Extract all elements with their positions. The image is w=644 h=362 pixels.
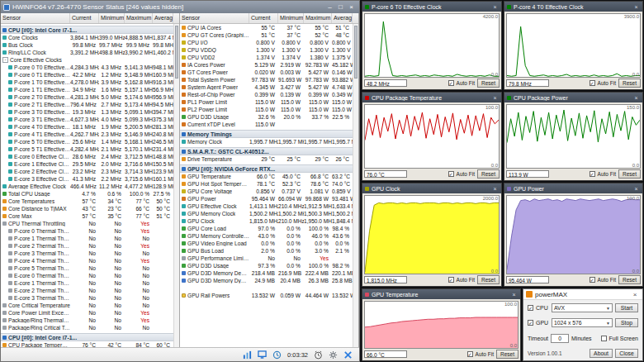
maximize-icon[interactable]: □ bbox=[335, 2, 346, 12]
sensor-row[interactable]: GPU D3D Memory Dedicated218.4 MB216.9 MB… bbox=[180, 269, 353, 277]
sensor-row[interactable]: Package/Ring Critical TemperatureNoNoNo bbox=[1, 324, 173, 331]
reset-button[interactable]: Reset bbox=[496, 350, 519, 359]
sensor-row[interactable]: Package/Ring Thermal ThrottlingNoNoYes bbox=[1, 317, 173, 324]
column-header-maximum[interactable]: Maximum bbox=[125, 13, 153, 23]
sensor-row[interactable]: GPU Performance LimitersNoNoYes bbox=[180, 255, 353, 262]
graph-titlebar[interactable]: GPU Clock× bbox=[362, 183, 501, 193]
sensor-row[interactable]: GPU D3D Usage32.6 %20.0 %33.7 %22.5 % bbox=[180, 113, 353, 121]
sensor-row[interactable]: E-core 2 Thermal ThrottlingNoNoNo bbox=[1, 287, 173, 294]
sensor-row[interactable]: Ring/LLC Clock3,391.2 MHz498.8 MHz3,990.… bbox=[1, 49, 173, 56]
graph-titlebar[interactable]: P-core 6 T0 Effective Clock× bbox=[362, 2, 501, 12]
close-icon[interactable]: × bbox=[346, 2, 357, 12]
reset-button[interactable]: Reset bbox=[618, 79, 641, 88]
column-headers-left[interactable]: Sensor Current Minimum Maximum Average bbox=[1, 13, 179, 24]
sensor-row[interactable]: P-core 3 T1 Effective Clock4,627.3 MHz4.… bbox=[1, 116, 173, 123]
monitor-icon[interactable] bbox=[258, 350, 267, 360]
close-icon[interactable]: × bbox=[491, 4, 499, 10]
sensor-row[interactable]: CPU VDD21.374 V1.374 V1.380 V1.375 V bbox=[180, 54, 353, 61]
sensor-row[interactable]: Drive Temperature29 °C25 °C29 °C26 °C bbox=[180, 155, 353, 163]
sensor-row[interactable]: P-core 3 T0 Effective Clock19.3 MHz1.3 M… bbox=[1, 108, 173, 116]
sensor-row[interactable]: GPU Memory Clock1,500.2 MHz1,500.2 MHz1,… bbox=[180, 210, 353, 217]
sensor-row[interactable]: CPU VDDQ1.300 V1.300 V1.300 V1.300 V bbox=[180, 46, 353, 54]
sensor-row[interactable]: P-core 5 T0 Effective Clock25.6 MHz1.4 M… bbox=[1, 138, 173, 145]
sensor-row[interactable]: CPU GT Cores (Graphics)51 °C37 °C52 °C48… bbox=[180, 31, 353, 39]
sensor-row[interactable]: E-core 2 Effective Clock23.2 MHz2.3 MHz3… bbox=[1, 168, 173, 175]
sensor-row[interactable]: P-core 4 T1 Effective Clock4,262.7 MHz2.… bbox=[1, 131, 173, 138]
sensor-row[interactable]: E-core 3 Effective Clock41.3 MHz2.2 MHz3… bbox=[1, 175, 173, 183]
sensor-row[interactable]: Core Critical TemperatureNoNoNo bbox=[1, 302, 173, 309]
sensor-row[interactable]: P-core 2 T0 Effective Clock4,281.3 MHz5.… bbox=[1, 93, 173, 101]
sensor-row[interactable]: System Agent Power4.345 W3.427 W5.427 W4… bbox=[180, 83, 353, 91]
sensor-row[interactable]: E-core 0 Thermal ThrottlingNoNoNo bbox=[1, 272, 173, 279]
graph-titlebar[interactable]: CPU Package Power× bbox=[504, 93, 642, 102]
sensor-row[interactable]: P-core 0 Thermal ThrottlingNoNoYes bbox=[1, 227, 173, 235]
column-header-sensor[interactable]: Sensor bbox=[180, 13, 249, 23]
graph-titlebar[interactable]: GPU Temperature× bbox=[362, 289, 520, 299]
clock-icon[interactable] bbox=[314, 350, 323, 360]
stop-button[interactable]: Stop bbox=[615, 318, 638, 327]
minimize-icon[interactable]: – bbox=[324, 2, 335, 12]
sensor-row[interactable]: GT Cores Power0.020 W0.003 W5.427 W0.146… bbox=[180, 69, 353, 76]
sensor-row[interactable]: Total System Power97.783 W91.693 W97.783… bbox=[180, 76, 353, 83]
about-button[interactable]: About bbox=[590, 349, 613, 358]
sensor-row[interactable]: GPU Power95.464 W66.094 W99.868 W93.481 … bbox=[180, 195, 353, 202]
sensor-row[interactable]: GPU Core Voltage0.856 V0.737 V1.081 V0.8… bbox=[180, 188, 353, 195]
auto-fit-checkbox[interactable] bbox=[590, 277, 595, 283]
sensor-row[interactable]: PL2 Power Limit115.0 W115.0 W115.0 W115.… bbox=[180, 106, 353, 113]
sensor-row[interactable]: P-core 0 T1 Effective Clock42.2 MHz1.2 M… bbox=[1, 71, 173, 79]
sensor-row[interactable]: P-core 0 T0 Effective Clock4,284.3 MHz4.… bbox=[1, 64, 173, 71]
graph-titlebar[interactable]: GPU Power× bbox=[504, 183, 642, 193]
close-icon[interactable]: × bbox=[491, 186, 499, 192]
scrollbar-thumb[interactable] bbox=[175, 26, 178, 79]
column-header-sensor[interactable]: Sensor bbox=[1, 13, 70, 23]
reset-button[interactable]: Reset bbox=[618, 275, 641, 284]
sensor-row[interactable]: P-core 5 T1 Effective Clock4,282.4 MHz2.… bbox=[1, 145, 173, 153]
column-header-current[interactable]: Current bbox=[249, 13, 278, 23]
sensor-row[interactable]: IA Cores Power5.129 W2.919 W92.783 W45.1… bbox=[180, 61, 353, 69]
auto-fit-checkbox[interactable] bbox=[448, 171, 454, 177]
column-headers-right[interactable]: Sensor Current Minimum Maximum Average bbox=[180, 13, 358, 24]
close-button[interactable]: Close bbox=[615, 349, 638, 358]
sensor-row[interactable]: Average Effective Clock466.4 MHz11.2 MHz… bbox=[1, 183, 173, 190]
sensor-row[interactable]: GPU Core Load97.0 %0.0 %100.0 %98.4 % bbox=[180, 225, 353, 232]
sensor-row[interactable]: Core Power Limit ExceededNoNoYes bbox=[1, 309, 173, 317]
sensor-row[interactable]: Bus Clock99.8 MHz99.7 MHz99.9 MHz99.8 MH… bbox=[1, 41, 173, 49]
group-row[interactable]: -Core Effective Clocks bbox=[1, 56, 173, 64]
sensor-row[interactable]: GPU Memory Controller Load43.0 %0.0 %46.… bbox=[180, 232, 353, 240]
reset-clock-icon[interactable] bbox=[272, 350, 282, 360]
reset-button[interactable]: Reset bbox=[618, 169, 641, 179]
sensor-row[interactable]: Core Max57 °C35 °C77 °C51 °C bbox=[1, 212, 173, 220]
section-header-row[interactable]: CPU [#0]: Intel Core i7-1... bbox=[1, 333, 173, 341]
sensor-row[interactable]: GPU Rail Powers13.532 W0.059 W44.464 W13… bbox=[180, 292, 353, 299]
gpu-test-checkbox[interactable] bbox=[528, 320, 533, 326]
section-header-row[interactable]: GPU [#0]: NVIDIA GeForce RTX... bbox=[180, 164, 353, 173]
gpu-resolution-select[interactable]: 1024 x 576▼ bbox=[552, 318, 613, 327]
sensor-row[interactable]: P-core 4 T0 Effective Clock18.1 MHz1.9 M… bbox=[1, 123, 173, 131]
column-header-average[interactable]: Average bbox=[153, 13, 173, 23]
sensor-row[interactable]: P-core 1 Thermal ThrottlingNoNoNo bbox=[1, 235, 173, 242]
section-header-row[interactable]: S.M.A.R.T.: GSTC CL-K40512... bbox=[180, 147, 353, 155]
sensor-row[interactable]: GPU D3D Usage97.3 %0.0 %100.0 %98.2 % bbox=[180, 262, 353, 269]
sensor-row[interactable]: Rest-of-Chip Power0.399 W0.139 W0.399 W0… bbox=[180, 91, 353, 98]
sensor-row[interactable]: CPU Package Temperature76 °C42 °C84 °C60… bbox=[1, 341, 173, 347]
sensor-row[interactable]: CPU I/O0.800 V0.800 V0.800 V0.800 V bbox=[180, 39, 353, 46]
sensor-row[interactable]: GPU D3D Memory Dynamic24.9 MB20.4 MB26.3… bbox=[180, 277, 353, 284]
column-header-average[interactable]: Average bbox=[332, 13, 353, 23]
close-icon[interactable]: × bbox=[632, 95, 640, 101]
hwinfo-titlebar[interactable]: HWiNFO64 v7.26-4770 Sensor Status [246 v… bbox=[1, 1, 359, 13]
sensor-row[interactable]: Core Distance to TjMAX43 °C23 °C66 °C50 … bbox=[1, 205, 173, 212]
reset-button[interactable]: Reset bbox=[477, 275, 500, 284]
sensor-row[interactable]: GPU Effective Clock1,413.1 MHz210.4 MHz1… bbox=[180, 202, 353, 210]
sensor-row[interactable]: P-core 2 Thermal ThrottlingNoNoYes bbox=[1, 242, 173, 250]
cpu-mode-select[interactable]: AVX▼ bbox=[552, 303, 613, 312]
sensor-row[interactable]: Core Clocks3,864.1 MHz399.0 MHz4,888.5 M… bbox=[1, 34, 173, 41]
sensor-row[interactable]: GPU Video Engine Load0.0 %0.0 %0.0 %0.0 … bbox=[180, 240, 353, 247]
close-icon[interactable]: × bbox=[630, 291, 640, 298]
sensor-row[interactable]: GPU Temperature66.0 °C45.0 °C66.8 °C63.2… bbox=[180, 173, 353, 180]
section-header-row[interactable]: Memory Timings bbox=[180, 130, 353, 138]
reset-button[interactable]: Reset bbox=[477, 169, 500, 179]
sensor-row[interactable]: GPU Bus Load2.0 %0.0 %3.0 %2.1 % bbox=[180, 247, 353, 255]
sensor-row[interactable]: E-core 3 Thermal ThrottlingNoNoNo bbox=[1, 294, 173, 302]
sensor-row[interactable]: P-core 2 T1 Effective Clock796.4 MHz2.7 … bbox=[1, 101, 173, 108]
auto-fit-checkbox[interactable] bbox=[448, 80, 454, 86]
